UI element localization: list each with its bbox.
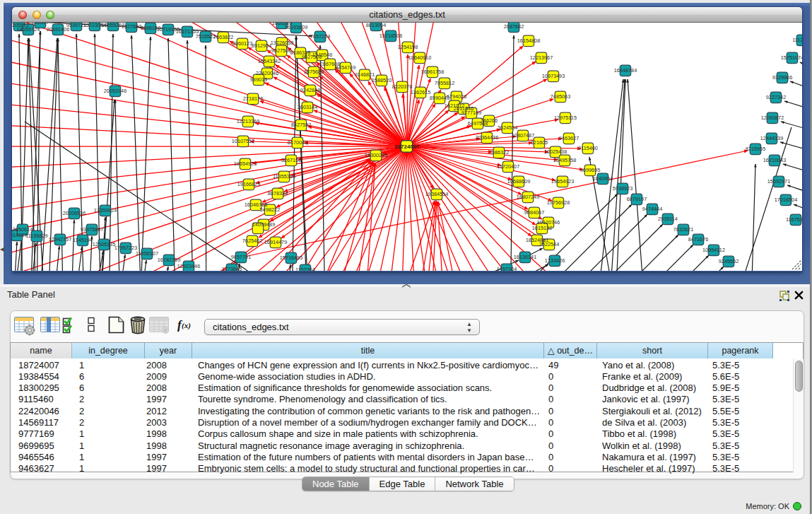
svg-text:19218506: 19218506	[379, 33, 402, 39]
svg-text:3624554: 3624554	[498, 124, 517, 131]
svg-text:1157364: 1157364	[295, 267, 315, 271]
svg-text:9474444: 9474444	[642, 206, 662, 212]
svg-text:1733426: 1733426	[545, 257, 565, 264]
svg-text:15716485: 15716485	[280, 255, 302, 261]
svg-text:7625402: 7625402	[242, 238, 262, 244]
svg-text:7857224: 7857224	[310, 33, 330, 40]
svg-text:8454749: 8454749	[336, 64, 355, 71]
svg-text:7485063: 7485063	[551, 93, 570, 100]
svg-text:1588520: 1588520	[372, 77, 392, 83]
svg-text:11958107: 11958107	[136, 250, 158, 257]
svg-text:16914479: 16914479	[264, 239, 287, 245]
svg-text:12093872: 12093872	[761, 115, 784, 121]
svg-text:17016504: 17016504	[775, 197, 797, 203]
svg-text:1273645: 1273645	[222, 266, 242, 271]
svg-text:(x): (x)	[182, 321, 191, 330]
svg-text:22420046: 22420046	[256, 70, 278, 76]
svg-text:20206536: 20206536	[63, 210, 86, 216]
svg-text:2935114: 2935114	[658, 216, 678, 222]
svg-text:17957223: 17957223	[114, 245, 137, 251]
svg-text:19384554: 19384554	[425, 191, 448, 197]
svg-text:16961758: 16961758	[421, 69, 444, 75]
svg-text:1527602: 1527602	[122, 23, 141, 30]
svg-text:16782759: 16782759	[158, 257, 180, 263]
svg-text:18640910: 18640910	[408, 54, 431, 61]
svg-text:3875685: 3875685	[304, 69, 324, 75]
svg-text:11156829: 11156829	[25, 233, 47, 239]
svg-text:7986322: 7986322	[489, 149, 509, 156]
svg-text:8813054: 8813054	[366, 23, 386, 28]
svg-text:9329966: 9329966	[772, 74, 792, 81]
svg-text:9777169: 9777169	[461, 110, 481, 116]
svg-text:10025438: 10025438	[544, 148, 567, 155]
svg-text:17359924: 17359924	[94, 207, 117, 214]
svg-text:2087682: 2087682	[504, 23, 524, 30]
svg-text:10807487: 10807487	[512, 132, 534, 139]
svg-text:8471676: 8471676	[688, 236, 708, 243]
svg-text:20053346: 20053346	[104, 88, 126, 94]
svg-text:16648784: 16648784	[614, 67, 637, 74]
svg-text:6794028: 6794028	[447, 93, 466, 100]
svg-text:9115460: 9115460	[578, 145, 598, 151]
svg-text:9242848: 9242848	[300, 87, 320, 93]
svg-text:8878334: 8878334	[268, 190, 288, 197]
svg-text:8960123: 8960123	[233, 40, 252, 47]
svg-text:1615132: 1615132	[532, 225, 552, 231]
svg-text:2803144: 2803144	[298, 104, 317, 110]
svg-text:10688609: 10688609	[507, 178, 530, 185]
svg-text:1640954: 1640954	[593, 175, 613, 182]
svg-text:3914157: 3914157	[12, 232, 27, 238]
svg-text:1167534: 1167534	[786, 216, 802, 223]
svg-text:12975115: 12975115	[554, 115, 577, 121]
svg-text:11355394: 11355394	[273, 173, 295, 180]
svg-text:10973493: 10973493	[542, 73, 565, 79]
svg-text:19166829: 19166829	[237, 181, 260, 187]
svg-text:16136141: 16136141	[514, 254, 536, 260]
svg-text:93975867: 93975867	[81, 226, 103, 233]
svg-text:18300295: 18300295	[365, 152, 387, 158]
svg-text:16210043: 16210043	[763, 157, 786, 163]
svg-text:8215955: 8215955	[746, 146, 765, 152]
svg-text:8170046: 8170046	[288, 139, 307, 146]
svg-text:3267150: 3267150	[281, 157, 301, 163]
svg-text:19756928: 19756928	[547, 199, 570, 206]
svg-text:12942757: 12942757	[49, 236, 71, 243]
svg-text:7832621: 7832621	[673, 226, 693, 233]
svg-text:12213967: 12213967	[530, 54, 553, 61]
svg-text:10107552: 10107552	[232, 138, 254, 144]
svg-text:1546546: 1546546	[312, 52, 332, 58]
svg-text:16543342: 16543342	[258, 58, 281, 64]
svg-text:19654923: 19654923	[234, 160, 257, 167]
svg-text:8427552: 8427552	[291, 122, 311, 128]
svg-text:15751074: 15751074	[781, 54, 802, 61]
svg-text:9527506: 9527506	[271, 47, 291, 54]
svg-text:13226058: 13226058	[271, 40, 293, 46]
svg-text:15720407: 15720407	[497, 163, 519, 170]
svg-text:9084067: 9084067	[524, 209, 544, 216]
svg-text:230557: 230557	[32, 23, 49, 25]
svg-text:1254198: 1254198	[398, 44, 418, 50]
svg-text:19654923: 19654923	[551, 178, 574, 185]
svg-text:2522544: 2522544	[539, 241, 559, 247]
svg-text:14055724: 14055724	[17, 26, 40, 33]
svg-text:16033809: 16033809	[285, 24, 307, 30]
svg-text:7850614: 7850614	[13, 226, 33, 233]
svg-text:2718176: 2718176	[243, 95, 263, 102]
svg-text:12444139: 12444139	[760, 135, 783, 141]
svg-text:10654112: 10654112	[702, 247, 725, 253]
svg-text:989013: 989013	[250, 76, 267, 83]
svg-text:1112345: 1112345	[792, 37, 802, 43]
svg-text:16495758: 16495758	[553, 157, 576, 163]
svg-text:12505135: 12505135	[93, 241, 115, 247]
svg-text:621605: 621605	[531, 139, 548, 146]
svg-text:9227342: 9227342	[766, 94, 786, 100]
svg-text:12923446: 12923446	[177, 263, 200, 269]
svg-text:5498222: 5498222	[260, 206, 280, 213]
svg-text:1457364: 1457364	[497, 266, 517, 271]
svg-text:7663822: 7663822	[213, 34, 233, 40]
svg-text:18807249: 18807249	[517, 194, 539, 200]
svg-text:14099489: 14099489	[252, 221, 275, 228]
svg-text:6879197: 6879197	[627, 196, 647, 202]
svg-text:5938923: 5938923	[613, 185, 632, 192]
svg-text:1362615: 1362615	[411, 89, 430, 95]
